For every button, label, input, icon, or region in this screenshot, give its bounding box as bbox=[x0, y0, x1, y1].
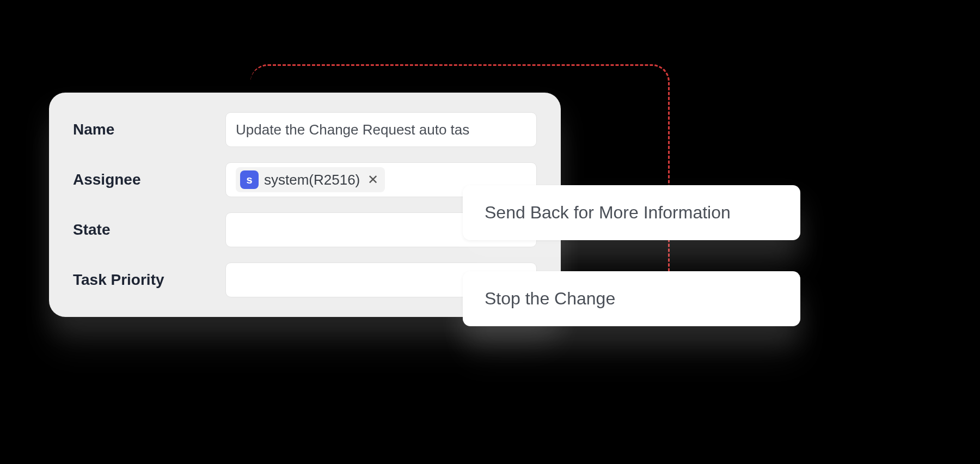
label-assignee: Assignee bbox=[73, 171, 209, 188]
assignee-chip-text: system(R2516) bbox=[264, 172, 360, 188]
input-name[interactable]: Update the Change Request auto tas bbox=[225, 112, 537, 147]
action-send-back[interactable]: Send Back for More Information bbox=[463, 185, 800, 240]
row-name: Name Update the Change Request auto tas bbox=[73, 112, 537, 147]
input-name-value: Update the Change Request auto tas bbox=[236, 121, 469, 138]
close-icon[interactable]: ✕ bbox=[367, 172, 378, 187]
label-task-priority: Task Priority bbox=[73, 271, 209, 289]
assignee-avatar: s bbox=[240, 170, 259, 189]
action-stop-change[interactable]: Stop the Change bbox=[463, 271, 800, 326]
assignee-chip[interactable]: s system(R2516) ✕ bbox=[236, 167, 385, 192]
label-name: Name bbox=[73, 121, 209, 138]
stage: Name Update the Change Request auto tas … bbox=[0, 0, 980, 464]
action-stop-change-label: Stop the Change bbox=[485, 289, 615, 308]
action-send-back-label: Send Back for More Information bbox=[485, 203, 731, 222]
label-state: State bbox=[73, 221, 209, 239]
